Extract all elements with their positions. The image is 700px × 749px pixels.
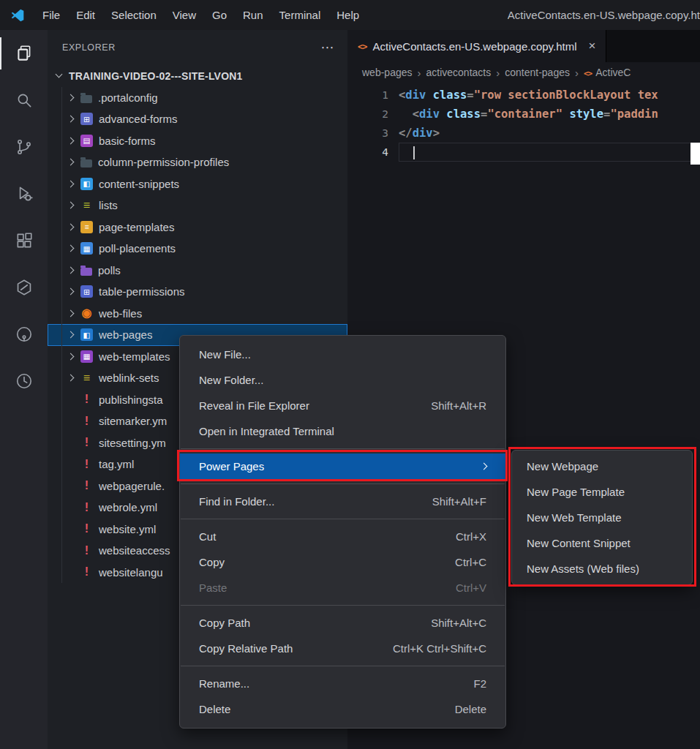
chevron-right-icon — [67, 159, 75, 166]
line-number: 1 — [347, 86, 399, 105]
extensions-icon[interactable] — [0, 217, 48, 264]
tree-item[interactable]: ▤ basic-forms — [48, 130, 347, 152]
menubar-item[interactable]: Go — [204, 0, 235, 30]
chevron-right-icon — [67, 266, 75, 274]
context-menu: New File... New Folder... Reveal in File… — [179, 335, 506, 729]
context-menu-item[interactable]: New File... — [180, 342, 505, 367]
menu-item-label: Delete — [199, 703, 230, 715]
context-menu-item[interactable]: Power Pages — [180, 453, 505, 479]
menu-item-shortcut: Shift+Alt+R — [431, 399, 486, 412]
breadcrumb-item[interactable]: content-pages — [505, 67, 570, 78]
tree-item-label: poll-placements — [99, 242, 176, 255]
breadcrumb-separator: › — [418, 67, 421, 79]
file-icon: ▦ — [80, 242, 93, 255]
submenu-item[interactable]: New Web Template — [512, 505, 692, 530]
context-menu-item[interactable]: Reveal in File Explorer Shift+Alt+R — [180, 393, 505, 418]
power-platform-icon[interactable] — [0, 264, 48, 311]
menubar-item[interactable]: Terminal — [271, 0, 329, 30]
sidebar-header: EXPLORER ⋯ — [48, 30, 347, 65]
explorer-title: EXPLORER — [62, 42, 116, 53]
tree-item[interactable]: ◉ web-files — [48, 303, 347, 325]
menu-separator — [181, 448, 505, 449]
tree-item-label: website.yml — [99, 523, 156, 535]
menu-item-label: Paste — [199, 581, 227, 594]
tree-item-label: sitemarker.ym — [99, 415, 167, 427]
menubar-item[interactable]: View — [165, 0, 204, 30]
menu-item-shortcut: Delete — [455, 703, 486, 715]
explorer-icon[interactable] — [0, 30, 48, 77]
breadcrumb-item[interactable]: ActiveC — [584, 67, 631, 78]
context-menu-item[interactable]: Paste Ctrl+V — [180, 575, 505, 601]
menu-item-label: Reveal in File Explorer — [199, 399, 309, 412]
tree-item[interactable]: ⊞ table-permissions — [48, 281, 347, 303]
tree-item[interactable]: ⊞ advanced-forms — [48, 108, 347, 130]
code-line: 4 — [347, 143, 700, 162]
menubar-item[interactable]: File — [34, 0, 68, 30]
tree-item[interactable]: ▦ poll-placements — [48, 238, 347, 260]
chevron-right-icon — [67, 331, 75, 339]
context-menu-item[interactable]: Open in Integrated Terminal — [180, 418, 505, 444]
file-icon: ! — [80, 394, 93, 406]
submenu-item[interactable]: New Assets (Web files) — [512, 556, 692, 581]
submenu-item[interactable]: New Page Template — [512, 479, 692, 505]
context-menu-item[interactable]: Copy Ctrl+C — [180, 549, 505, 575]
overview-ruler-marker — [690, 143, 700, 165]
code-line-text — [399, 143, 700, 162]
file-icon: ⊞ — [80, 285, 93, 298]
submenu-item[interactable]: New Content Snippet — [512, 530, 692, 556]
html-file-icon — [358, 39, 366, 53]
search-icon[interactable] — [0, 77, 48, 124]
file-icon: ! — [80, 523, 93, 535]
github-icon[interactable] — [0, 311, 48, 358]
code-editor[interactable]: 1 <div class="row sectionBlockLayout tex… — [347, 83, 700, 162]
tree-item-label: lists — [99, 199, 118, 211]
menu-item-shortcut: Shift+Alt+F — [432, 495, 486, 508]
context-menu-item[interactable]: Copy Relative Path Ctrl+K Ctrl+Shift+C — [180, 636, 505, 661]
menubar-item[interactable]: Run — [235, 0, 271, 30]
history-clock-icon[interactable] — [0, 358, 48, 404]
tree-item[interactable]: ≡ lists — [48, 195, 347, 217]
editor-tab[interactable]: ActiveContacts.en-US.webpage.copy.html × — [347, 30, 606, 62]
tree-item[interactable]: column-permission-profiles — [48, 151, 347, 173]
code-line-text: <div class="row sectionBlockLayout tex — [399, 86, 700, 105]
tree-item[interactable]: polls — [48, 260, 347, 282]
chevron-right-icon — [67, 245, 75, 252]
menubar-item[interactable]: Selection — [103, 0, 165, 30]
file-icon: ≡ — [80, 199, 93, 211]
tab-bar: ActiveContacts.en-US.webpage.copy.html × — [347, 30, 700, 62]
submenu-item[interactable]: New Webpage — [512, 453, 692, 479]
context-menu-item[interactable]: Find in Folder... Shift+Alt+F — [180, 489, 505, 514]
menu-item-label: Copy Relative Path — [199, 642, 293, 655]
tree-item[interactable]: ≡ page-templates — [48, 217, 347, 238]
run-debug-icon[interactable] — [0, 170, 48, 217]
breadcrumbs: web-pages›activecontacts›content-pages›A… — [347, 62, 700, 83]
close-tab-icon[interactable]: × — [588, 39, 595, 53]
context-menu-item[interactable]: Cut Ctrl+X — [180, 524, 505, 549]
window-title: ActiveContacts.en-US.webpage.copy.ht — [508, 9, 700, 21]
file-icon: ! — [80, 437, 93, 449]
tree-item[interactable]: ◧ content-snippets — [48, 173, 347, 195]
tree-item[interactable]: .portalconfig — [48, 87, 347, 109]
menu-separator — [181, 519, 505, 519]
more-actions-icon[interactable]: ⋯ — [320, 39, 334, 56]
tree-item-label: publishingsta — [99, 394, 163, 406]
menubar-item[interactable]: Help — [328, 0, 367, 30]
breadcrumb-item[interactable]: web-pages — [362, 67, 413, 78]
context-menu-item[interactable]: Copy Path Shift+Alt+C — [180, 610, 505, 636]
menu-item-shortcut — [481, 464, 486, 469]
source-control-icon[interactable] — [0, 124, 48, 170]
chevron-right-icon — [481, 463, 488, 470]
breadcrumb-item[interactable]: activecontacts — [426, 67, 492, 78]
menu-item-label: Find in Folder... — [199, 495, 274, 508]
chevron-right-icon — [67, 137, 75, 144]
tree-item-label: polls — [98, 264, 121, 276]
tree-root-folder[interactable]: TRAINING-VIDEO-02---SITE-LVON1 — [48, 65, 347, 87]
menu-item-label: Rename... — [199, 677, 249, 690]
context-menu-item[interactable]: New Folder... — [180, 367, 505, 393]
tree-item-label: web-templates — [99, 350, 170, 363]
menubar-item[interactable]: Edit — [68, 0, 103, 30]
menu-item-label: Cut — [199, 530, 216, 543]
context-menu-item[interactable]: Rename... F2 — [180, 671, 505, 696]
vscode-window: FileEditSelectionViewGoRunTerminalHelp A… — [0, 0, 700, 749]
context-menu-item[interactable]: Delete Delete — [180, 696, 505, 722]
